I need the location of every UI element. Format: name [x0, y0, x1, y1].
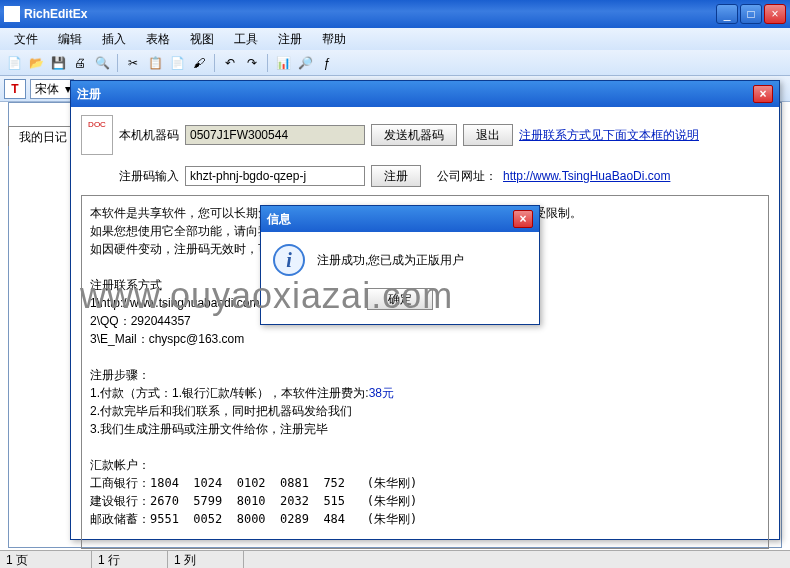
register-dialog-title: 注册 × [71, 81, 779, 107]
machine-code-label: 本机机器码 [119, 127, 179, 144]
menu-view[interactable]: 视图 [182, 29, 222, 50]
cut-icon[interactable]: ✂ [123, 53, 143, 73]
register-title-text: 注册 [77, 86, 101, 103]
status-line: 1 行 [92, 551, 168, 568]
open-icon[interactable]: 📂 [26, 53, 46, 73]
message-close-button[interactable]: × [513, 210, 533, 228]
maximize-button[interactable]: □ [740, 4, 762, 24]
register-hint-link[interactable]: 注册联系方式见下面文本框的说明 [519, 127, 699, 144]
send-machine-code-button[interactable]: 发送机器码 [371, 124, 457, 146]
regcode-field[interactable] [185, 166, 365, 186]
minimize-button[interactable]: _ [716, 4, 738, 24]
site-label: 公司网址： [437, 168, 497, 185]
close-button[interactable]: × [764, 4, 786, 24]
message-text: 注册成功,您已成为正版用户 [317, 252, 464, 269]
new-icon[interactable]: 📄 [4, 53, 24, 73]
save-icon[interactable]: 💾 [48, 53, 68, 73]
window-title: RichEditEx [24, 7, 716, 21]
message-dialog: 信息 × i 注册成功,您已成为正版用户 确定 [260, 205, 540, 325]
print-icon[interactable]: 🖨 [70, 53, 90, 73]
function-icon[interactable]: ƒ [317, 53, 337, 73]
regcode-label: 注册码输入 [119, 168, 179, 185]
message-title-text: 信息 [267, 211, 291, 228]
doc-icon: DOC [81, 115, 113, 155]
register-close-button[interactable]: × [753, 85, 773, 103]
menu-help[interactable]: 帮助 [314, 29, 354, 50]
copy-icon[interactable]: 📋 [145, 53, 165, 73]
exit-button[interactable]: 退出 [463, 124, 513, 146]
register-button[interactable]: 注册 [371, 165, 421, 187]
app-icon [4, 6, 20, 22]
menu-register[interactable]: 注册 [270, 29, 310, 50]
menu-insert[interactable]: 插入 [94, 29, 134, 50]
statusbar: 1 页 1 行 1 列 [0, 550, 790, 568]
paste-icon[interactable]: 📄 [167, 53, 187, 73]
status-page: 1 页 [0, 551, 92, 568]
font-select[interactable]: 宋体 [30, 79, 74, 99]
redo-icon[interactable]: ↷ [242, 53, 262, 73]
message-title: 信息 × [261, 206, 539, 232]
menu-tools[interactable]: 工具 [226, 29, 266, 50]
machine-code-field[interactable] [185, 125, 365, 145]
menu-edit[interactable]: 编辑 [50, 29, 90, 50]
tab-diary[interactable]: 我的日记 [8, 126, 78, 146]
chart-icon[interactable]: 📊 [273, 53, 293, 73]
preview-icon[interactable]: 🔍 [92, 53, 112, 73]
format-icon[interactable]: 🖌 [189, 53, 209, 73]
undo-icon[interactable]: ↶ [220, 53, 240, 73]
menubar: 文件 编辑 插入 表格 视图 工具 注册 帮助 [0, 28, 790, 50]
toolbar: 📄 📂 💾 🖨 🔍 ✂ 📋 📄 🖌 ↶ ↷ 📊 🔎 ƒ [0, 50, 790, 76]
ok-button[interactable]: 确定 [367, 288, 433, 310]
status-col: 1 列 [168, 551, 244, 568]
find-icon[interactable]: 🔎 [295, 53, 315, 73]
company-site-link[interactable]: http://www.TsingHuaBaoDi.com [503, 169, 670, 183]
register-form: DOC 本机机器码 发送机器码 退出 注册联系方式见下面文本框的说明 注册码输入… [71, 107, 779, 195]
text-tool-icon[interactable]: T [4, 79, 26, 99]
menu-table[interactable]: 表格 [138, 29, 178, 50]
menu-file[interactable]: 文件 [6, 29, 46, 50]
info-icon: i [273, 244, 305, 276]
main-titlebar: RichEditEx _ □ × [0, 0, 790, 28]
